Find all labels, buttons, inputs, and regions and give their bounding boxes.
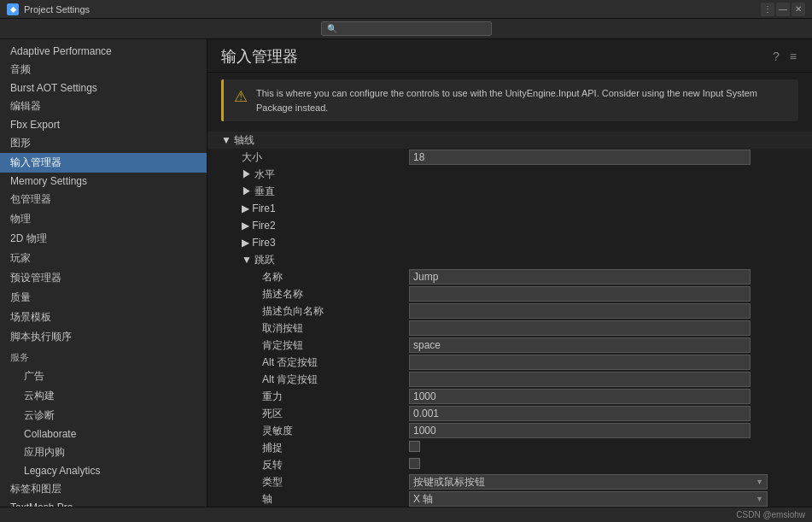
value-snap (409, 441, 798, 455)
sidebar-item-burst[interactable]: Burst AOT Settings (0, 79, 207, 97)
row-negative-btn[interactable]: 取消按钮 (207, 320, 812, 337)
row-alt-negative-btn[interactable]: Alt 否定按钮 (207, 354, 812, 371)
window-controls[interactable]: ⋮ — ✕ (761, 3, 805, 16)
row-axis[interactable]: 轴X 轴▼ (207, 490, 812, 507)
sidebar-item-legacy-analytics[interactable]: Legacy Analytics (0, 462, 207, 479)
input-alt-positive-btn[interactable] (409, 372, 751, 387)
sidebar-item-preset[interactable]: 预设管理器 (0, 268, 207, 288)
label-desc-name: 描述名称 (221, 287, 409, 302)
sidebar-item-adaptive[interactable]: Adaptive Performance (0, 43, 207, 60)
sidebar-item-collaborate[interactable]: Collaborate (0, 425, 207, 443)
row-name[interactable]: 名称 (207, 268, 812, 285)
label-alt-positive-btn: Alt 肯定按钮 (221, 372, 409, 387)
row-fire2[interactable]: ▶ Fire2 (207, 217, 812, 234)
sidebar-item-cloud-diag[interactable]: 云诊断 (0, 406, 207, 425)
row-gravity[interactable]: 重力 (207, 388, 812, 405)
label-fire2: ▶ Fire2 (221, 220, 409, 232)
row-type[interactable]: 类型按键或鼠标按钮▼ (207, 473, 812, 490)
input-gravity[interactable] (409, 389, 751, 404)
warning-text: This is where you can configure the cont… (256, 86, 788, 114)
sidebar-item-audio[interactable]: 音频 (0, 60, 207, 79)
value-invert (409, 458, 798, 472)
value-desc-neg-name (409, 303, 798, 319)
checkbox-snap[interactable] (409, 441, 420, 452)
sidebar-item-graphics[interactable]: 图形 (0, 133, 207, 153)
sidebar-item-input[interactable]: 输入管理器 (0, 153, 207, 173)
app-icon: ◆ (7, 3, 19, 15)
minimize-button[interactable]: — (776, 3, 790, 16)
row-jump[interactable]: ▼ 跳跃 (207, 251, 812, 268)
input-negative-btn[interactable] (409, 320, 751, 336)
value-size (409, 150, 798, 165)
row-size[interactable]: 大小 (207, 149, 812, 166)
dropdown-type[interactable]: 按键或鼠标按钮▼ (409, 474, 768, 490)
row-sensitivity[interactable]: 灵敏度 (207, 422, 812, 439)
header-actions: ? ≡ (771, 48, 798, 65)
value-name (409, 269, 798, 284)
label-desc-neg-name: 描述负向名称 (221, 304, 409, 319)
row-positive-btn[interactable]: 肯定按钮 (207, 337, 812, 354)
row-snap[interactable]: 捕捉 (207, 439, 812, 456)
label-name: 名称 (221, 270, 409, 284)
sidebar-item-package[interactable]: 包管理器 (0, 190, 207, 209)
row-axes[interactable]: ▼ 轴线 (207, 132, 812, 149)
search-input-wrap[interactable]: 🔍 (321, 21, 492, 36)
close-button[interactable]: ✕ (792, 3, 805, 16)
sidebar-item-memory[interactable]: Memory Settings (0, 173, 207, 190)
footer: CSDN @emsiohw (0, 507, 812, 522)
value-axis: X 轴▼ (409, 491, 798, 507)
value-alt-positive-btn (409, 372, 798, 387)
row-horizontal[interactable]: ▶ 水平 (207, 166, 812, 183)
row-fire1[interactable]: ▶ Fire1 (207, 200, 812, 217)
footer-text: CSDN @emsiohw (736, 510, 805, 519)
row-vertical[interactable]: ▶ 垂直 (207, 183, 812, 200)
more-options-button[interactable]: ⋮ (761, 3, 774, 16)
sidebar-item-quality[interactable]: 质量 (0, 288, 207, 308)
row-fire3[interactable]: ▶ Fire3 (207, 234, 812, 251)
label-size: 大小 (221, 150, 409, 165)
search-input[interactable] (341, 24, 486, 34)
sidebar-item-ads[interactable]: 广告 (0, 367, 207, 386)
sidebar-item-iap[interactable]: 应用内购 (0, 443, 207, 462)
sidebar-item-physics[interactable]: 物理 (0, 209, 207, 229)
input-sensitivity[interactable] (409, 423, 751, 438)
value-positive-btn (409, 337, 798, 353)
value-sensitivity (409, 423, 798, 438)
row-desc-neg-name[interactable]: 描述负向名称 (207, 302, 812, 320)
dropdown-axis[interactable]: X 轴▼ (409, 491, 768, 507)
row-desc-name[interactable]: 描述名称 (207, 285, 812, 302)
sidebar-item-editor[interactable]: 编辑器 (0, 97, 207, 116)
content-header: 输入管理器 ? ≡ (207, 39, 812, 73)
row-alt-positive-btn[interactable]: Alt 肯定按钮 (207, 371, 812, 388)
value-type: 按键或鼠标按钮▼ (409, 474, 798, 490)
label-jump: ▼ 跳跃 (221, 253, 409, 267)
input-name[interactable] (409, 269, 751, 284)
sidebar-item-cloud-build[interactable]: 云构建 (0, 386, 207, 406)
row-invert[interactable]: 反转 (207, 456, 812, 473)
input-size[interactable] (409, 150, 751, 165)
sidebar-item-services[interactable]: 服务 (0, 347, 207, 367)
value-alt-negative-btn (409, 355, 798, 370)
sidebar-item-scene[interactable]: 场景模板 (0, 308, 207, 327)
label-gravity: 重力 (221, 390, 409, 404)
sidebar-item-physics2d[interactable]: 2D 物理 (0, 229, 207, 249)
label-alt-negative-btn: Alt 否定按钮 (221, 355, 409, 370)
sidebar-item-player[interactable]: 玩家 (0, 249, 207, 268)
sidebar-item-tags-layers[interactable]: 标签和图层 (0, 479, 207, 499)
input-alt-negative-btn[interactable] (409, 355, 751, 370)
menu-button[interactable]: ≡ (788, 48, 798, 65)
input-positive-btn[interactable] (409, 337, 751, 353)
label-fire3: ▶ Fire3 (221, 237, 409, 249)
input-desc-name[interactable] (409, 286, 751, 302)
sidebar-item-textmesh[interactable]: TextMesh Pro (0, 499, 207, 507)
sidebar-item-script-order[interactable]: 脚本执行顺序 (0, 327, 207, 347)
row-deadzone[interactable]: 死区 (207, 405, 812, 422)
label-snap: 捕捉 (221, 441, 409, 455)
input-desc-neg-name[interactable] (409, 303, 751, 319)
sidebar-item-fbx[interactable]: Fbx Export (0, 116, 207, 133)
window-title: Project Settings (24, 4, 90, 15)
label-fire1: ▶ Fire1 (221, 202, 409, 214)
input-deadzone[interactable] (409, 406, 751, 421)
checkbox-invert[interactable] (409, 458, 420, 469)
help-button[interactable]: ? (771, 48, 781, 65)
